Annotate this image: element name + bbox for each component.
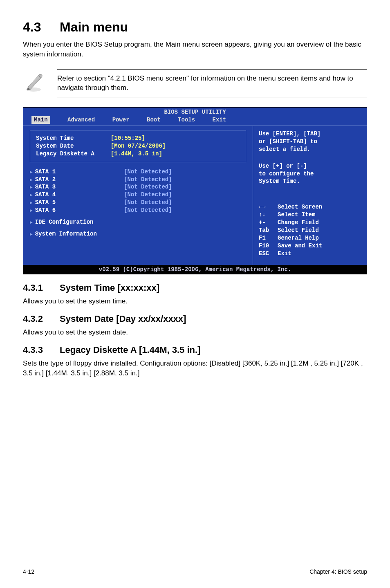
bios-help-text: Select Field xyxy=(278,227,319,234)
bios-value: [1.44M, 3.5 in] xyxy=(111,150,166,158)
bios-label: System Date xyxy=(36,142,94,150)
subsection-heading: 4.3.1System Time [xx:xx:xx] xyxy=(23,283,367,293)
bios-sata-label: SATA 5 xyxy=(30,199,124,206)
bios-help-line: System Time. xyxy=(259,177,361,185)
subsection-title: System Time [xx:xx:xx] xyxy=(60,283,159,293)
bios-help-line: or [SHIFT-TAB] to xyxy=(259,138,361,146)
bios-value: [10:55:25] xyxy=(111,135,166,142)
bios-screenshot: BIOS SETUP UTILITY Main Advanced Power B… xyxy=(23,107,367,274)
bios-label: System Time xyxy=(36,135,94,142)
bios-help-text: Save and Exit xyxy=(278,242,322,250)
bios-sata-label: SATA 3 xyxy=(30,183,124,191)
bios-help-key: Tab xyxy=(259,227,278,234)
bios-help-line: Use [+] or [-] xyxy=(259,162,361,170)
bios-submenu: System Information xyxy=(30,230,124,238)
bios-sata-value: [Not Detected] xyxy=(124,199,172,206)
bios-sata-label: SATA 4 xyxy=(30,191,124,199)
note-row: Refer to section "4.2.1 BIOS menu screen… xyxy=(23,69,367,98)
subsection-number: 4.3.1 xyxy=(23,283,60,293)
subsection-heading: 4.3.3Legacy Diskette A [1.44M, 3.5 in.] xyxy=(23,345,367,355)
bios-title: BIOS SETUP UTILITY xyxy=(23,108,367,116)
subsection-heading: 4.3.2System Date [Day xx/xx/xxxx] xyxy=(23,314,367,324)
bios-sata-label: SATA 1 xyxy=(30,168,124,176)
bios-help-text: General Help xyxy=(278,234,319,242)
bios-help-line: to configure the xyxy=(259,170,361,178)
bios-help-text: Exit xyxy=(278,250,291,258)
bios-menu-advanced: Advanced xyxy=(67,116,95,124)
bios-menu-tools: Tools xyxy=(178,116,195,124)
bios-help-text: Select Item xyxy=(278,211,315,219)
bios-help-key: F10 xyxy=(259,242,278,250)
bios-submenu: IDE Configuration xyxy=(30,218,124,226)
note-text: Refer to section "4.2.1 BIOS menu screen… xyxy=(57,69,367,98)
bios-help-key: ESC xyxy=(259,250,278,258)
bios-menubar: Main Advanced Power Boot Tools Exit xyxy=(23,116,367,126)
bios-help-pane: Use [ENTER], [TAB] or [SHIFT-TAB] to sel… xyxy=(253,126,367,265)
bios-sata-value: [Not Detected] xyxy=(124,191,172,199)
bios-sata-value: [Not Detected] xyxy=(124,168,172,176)
pencil-icon xyxy=(23,72,46,94)
intro-paragraph: When you enter the BIOS Setup program, t… xyxy=(23,40,367,59)
bios-left-pane: System Time System Date Legacy Diskette … xyxy=(23,126,253,265)
bios-value: [Mon 07/24/2006] xyxy=(111,142,166,150)
bios-help-key: ↑↓ xyxy=(259,211,278,219)
bios-help-text: Change Field xyxy=(278,219,319,227)
bios-menu-exit: Exit xyxy=(213,116,226,124)
bios-help-text: Select Screen xyxy=(278,203,322,211)
bios-menu-boot: Boot xyxy=(147,116,161,124)
subsection-title: Legacy Diskette A [1.44M, 3.5 in.] xyxy=(60,345,200,355)
bios-sata-label: SATA 2 xyxy=(30,176,124,184)
bios-sata-label: SATA 6 xyxy=(30,206,124,214)
subsection-body: Allows you to set the system date. xyxy=(23,328,367,337)
bios-sata-value: [Not Detected] xyxy=(124,206,172,214)
bios-help-key: +- xyxy=(259,219,278,227)
bios-menu-power: Power xyxy=(112,116,130,124)
subsection-number: 4.3.2 xyxy=(23,314,60,324)
bios-sata-value: [Not Detected] xyxy=(124,176,172,184)
bios-help-line: select a field. xyxy=(259,146,361,153)
subsection-title: System Date [Day xx/xx/xxxx] xyxy=(60,314,186,324)
bios-menu-main: Main xyxy=(31,116,50,124)
subsection-number: 4.3.3 xyxy=(23,345,60,355)
bios-label: Legacy Diskette A xyxy=(36,150,94,158)
subsection-body: Sets the type of floppy drive installed.… xyxy=(23,359,367,378)
bios-sata-value: [Not Detected] xyxy=(124,183,172,191)
section-number: 4.3 xyxy=(23,20,60,35)
bios-footer: v02.59 (C)Copyright 1985-2006, American … xyxy=(23,265,367,274)
subsection-body: Allows you to set the system time. xyxy=(23,296,367,306)
bios-help-key: ←→ xyxy=(259,203,278,211)
bios-help-line: Use [ENTER], [TAB] xyxy=(259,130,361,138)
section-title: Main menu xyxy=(60,20,128,34)
section-heading: 4.3Main menu xyxy=(23,20,367,35)
bios-help-key: F1 xyxy=(259,234,278,242)
